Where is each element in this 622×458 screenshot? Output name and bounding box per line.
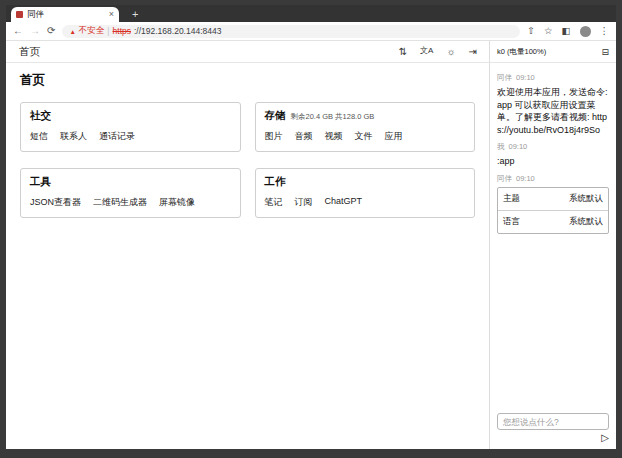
page-content: 首页 社交 短信 联系人 通话记录 存储 剩余20.4 GB 共128.0 bbox=[6, 63, 616, 449]
message-text: 欢迎使用本应用，发送命令:app 可以获取应用设置菜单。了解更多请看视频: ht… bbox=[497, 86, 609, 136]
link-files[interactable]: 文件 bbox=[355, 130, 373, 143]
chat-sidebar: 同伴09:10 欢迎使用本应用，发送命令:app 可以获取应用设置菜单。了解更多… bbox=[489, 63, 616, 449]
chat-input-area: ▷ bbox=[497, 411, 609, 444]
setting-theme-row[interactable]: 主题 系统默认 bbox=[498, 188, 608, 210]
bookmark-star-icon[interactable]: ☆ bbox=[544, 26, 553, 36]
main-area: 首页 社交 短信 联系人 通话记录 存储 剩余20.4 GB 共128.0 bbox=[6, 63, 489, 449]
omnibox-divider: | bbox=[107, 26, 109, 36]
message-author: 我 bbox=[497, 142, 505, 151]
browser-toolbar: ← → ⟳ ▲ 不安全 | https ://192.168.20.144:84… bbox=[6, 22, 616, 41]
forward-icon[interactable]: → bbox=[30, 26, 40, 36]
message-time: 09:10 bbox=[516, 73, 535, 82]
card-social: 社交 短信 联系人 通话记录 bbox=[20, 102, 241, 152]
link-pictures[interactable]: 图片 bbox=[265, 130, 283, 143]
link-call-log[interactable]: 通话记录 bbox=[99, 130, 135, 143]
tab-title: 同伴 bbox=[27, 9, 105, 21]
setting-label: 语言 bbox=[503, 216, 520, 228]
link-notes[interactable]: 笔记 bbox=[265, 196, 283, 209]
panel-toggle-icon[interactable]: ⊟ bbox=[601, 47, 609, 57]
security-warning-label[interactable]: 不安全 bbox=[79, 25, 105, 37]
storage-usage-label: 剩余20.4 GB 共128.0 GB bbox=[291, 112, 375, 122]
side-panel-icon[interactable]: ◧ bbox=[562, 26, 571, 36]
translate-icon[interactable]: 文A bbox=[420, 47, 433, 57]
device-battery-status: k0 (电量100%) bbox=[497, 47, 546, 57]
toolbar-actions: ⇧ ☆ ◧ ⋮ bbox=[527, 26, 609, 37]
message-meta: 同伴09:10 bbox=[497, 174, 609, 184]
page-title: 首页 bbox=[20, 72, 475, 89]
setting-language-row[interactable]: 语言 系统默认 bbox=[498, 210, 608, 233]
message-meta: 同伴09:10 bbox=[497, 73, 609, 83]
message-text: :app bbox=[497, 155, 609, 168]
app-top-bar: 首页 ⇅ 文A ☼ ⇥ k0 (电量100%) ⊟ bbox=[6, 41, 616, 63]
app-bar-icons: ⇅ 文A ☼ ⇥ bbox=[399, 47, 477, 57]
logout-icon[interactable]: ⇥ bbox=[469, 47, 477, 57]
card-storage: 存储 剩余20.4 GB 共128.0 GB 图片 音频 视频 文件 应用 bbox=[255, 102, 476, 152]
link-video[interactable]: 视频 bbox=[325, 130, 343, 143]
link-apps[interactable]: 应用 bbox=[385, 130, 403, 143]
message-time: 09:10 bbox=[509, 142, 528, 151]
profile-avatar[interactable] bbox=[580, 26, 591, 37]
tab-strip: 同伴 × + bbox=[6, 5, 616, 22]
link-sms[interactable]: 短信 bbox=[30, 130, 48, 143]
setting-label: 主题 bbox=[503, 193, 520, 205]
chat-panel-header: k0 (电量100%) ⊟ bbox=[489, 41, 616, 62]
nav-home-tab[interactable]: 首页 bbox=[19, 45, 40, 59]
setting-value: 系统默认 bbox=[569, 216, 603, 228]
back-icon[interactable]: ← bbox=[13, 26, 23, 36]
message-meta: 我09:10 bbox=[497, 142, 609, 152]
url-scheme: https bbox=[113, 26, 131, 36]
message-time: 09:10 bbox=[516, 174, 535, 183]
message-author: 同伴 bbox=[497, 73, 512, 82]
url-text: ://192.168.20.144:8443 bbox=[134, 26, 221, 36]
app-top-bar-main: 首页 ⇅ 文A ☼ ⇥ bbox=[6, 41, 489, 62]
link-subscriptions[interactable]: 订阅 bbox=[295, 196, 313, 209]
card-work: 工作 笔记 订阅 ChatGPT bbox=[255, 168, 476, 218]
card-grid: 社交 短信 联系人 通话记录 存储 剩余20.4 GB 共128.0 GB 图片 bbox=[20, 102, 475, 218]
theme-icon[interactable]: ☼ bbox=[446, 47, 455, 57]
link-screen-mirror[interactable]: 屏幕镜像 bbox=[159, 196, 195, 209]
send-icon[interactable]: ▷ bbox=[601, 433, 609, 443]
link-contacts[interactable]: 联系人 bbox=[60, 130, 87, 143]
warning-icon: ▲ bbox=[69, 28, 75, 35]
chat-messages: 同伴09:10 欢迎使用本应用，发送命令:app 可以获取应用设置菜单。了解更多… bbox=[497, 67, 609, 411]
card-tools: 工具 JSON查看器 二维码生成器 屏幕镜像 bbox=[20, 168, 241, 218]
address-bar[interactable]: ▲ 不安全 | https ://192.168.20.144:8443 bbox=[62, 25, 520, 38]
link-audio[interactable]: 音频 bbox=[295, 130, 313, 143]
card-title: 工作 bbox=[265, 175, 286, 189]
refresh-icon[interactable]: ⟳ bbox=[47, 26, 55, 36]
share-icon[interactable]: ⇧ bbox=[527, 26, 535, 36]
browser-window: 同伴 × + ← → ⟳ ▲ 不安全 | https ://192.168.20… bbox=[6, 5, 616, 449]
settings-table: 主题 系统默认 语言 系统默认 bbox=[497, 187, 609, 234]
message-author: 同伴 bbox=[497, 174, 512, 183]
new-tab-button[interactable]: + bbox=[128, 7, 142, 22]
menu-dots-icon[interactable]: ⋮ bbox=[600, 26, 610, 36]
sort-icon[interactable]: ⇅ bbox=[399, 47, 407, 57]
link-json-viewer[interactable]: JSON查看器 bbox=[30, 196, 81, 209]
tab-close-icon[interactable]: × bbox=[109, 10, 114, 19]
browser-tab[interactable]: 同伴 × bbox=[11, 7, 119, 22]
link-chatgpt[interactable]: ChatGPT bbox=[325, 196, 363, 209]
tab-favicon-icon bbox=[16, 11, 23, 18]
chat-message-input[interactable] bbox=[497, 413, 609, 430]
setting-value: 系统默认 bbox=[569, 193, 603, 205]
card-title: 社交 bbox=[30, 109, 51, 123]
link-qrcode-generator[interactable]: 二维码生成器 bbox=[93, 196, 147, 209]
card-title: 存储 bbox=[265, 109, 286, 123]
card-title: 工具 bbox=[30, 175, 51, 189]
